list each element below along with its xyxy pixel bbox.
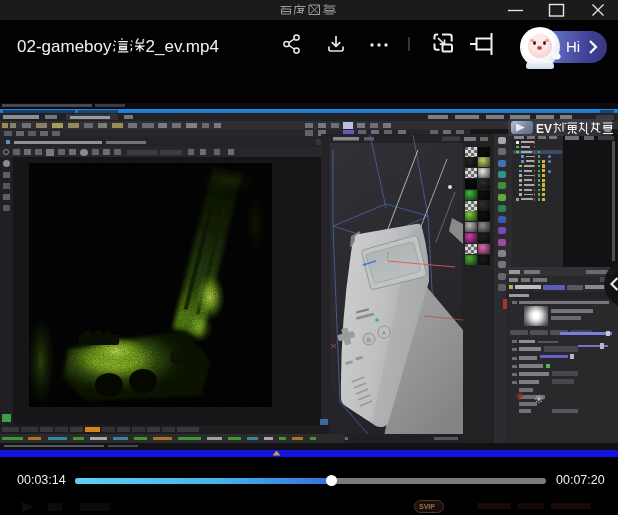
svg-text:EV: EV [536, 121, 552, 135]
svg-text:B: B [367, 337, 371, 343]
svg-text:A: A [382, 330, 386, 336]
